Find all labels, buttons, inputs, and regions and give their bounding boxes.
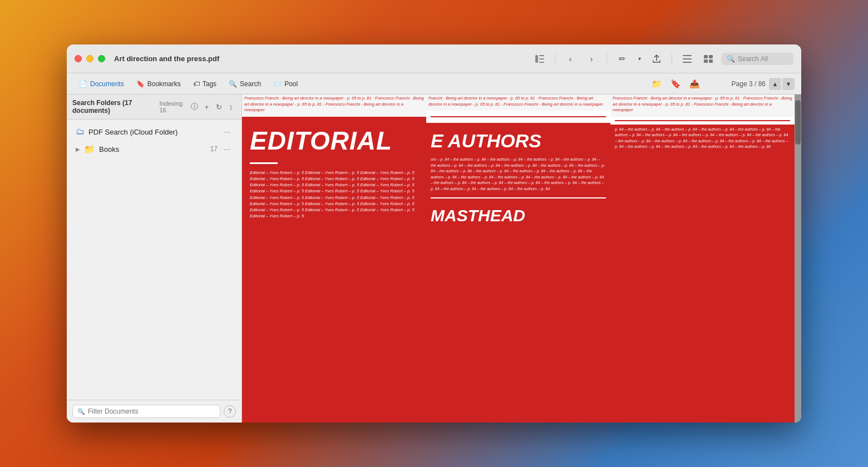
maximize-button[interactable] xyxy=(98,55,105,62)
titlebar: Art direction and the press.pdf ‹ › ✏︎ ▾ xyxy=(67,44,801,73)
item-label-icloud: PDF Search (iCloud Folder) xyxy=(88,128,218,136)
col1-editorial-title: EDITORIAL xyxy=(242,117,426,159)
pdf-columns: Francesco Franchi · Being art director i… xyxy=(242,95,801,423)
pool-tab-label: Pool xyxy=(284,80,298,88)
filter-input-wrap[interactable]: 🔍 xyxy=(72,405,220,418)
sidebar-items: 🗂 PDF Search (iCloud Folder) ··· ▶ 📁 Boo… xyxy=(67,120,241,400)
col3-body-text: p. 84 – the authors – p. 84 – the author… xyxy=(610,125,795,152)
list-item[interactable]: ▶ 📁 Books 17 ··· xyxy=(69,141,239,157)
sidebar-header-label: Search Folders (17 documents) xyxy=(72,99,159,115)
toolbar2-right: 📁 🔖 📤 Page 3 / 86 ▲ ▼ xyxy=(649,77,795,91)
page-down-button[interactable]: ▼ xyxy=(782,78,795,90)
chevron-right-icon: ▶ xyxy=(76,146,80,152)
tab-documents[interactable]: 📄 Documents xyxy=(73,78,130,90)
svg-rect-3 xyxy=(539,62,544,63)
search-all-box[interactable]: 🔍 Search All xyxy=(721,53,793,65)
svg-rect-8 xyxy=(709,55,713,58)
svg-rect-2 xyxy=(539,58,544,59)
sidebar-toggle-icon[interactable] xyxy=(531,51,548,67)
col3-top-text: Francesco Franchi · Being art director i… xyxy=(610,95,795,117)
col2-white-box xyxy=(426,111,610,123)
page-nav: ▲ ▼ xyxy=(769,78,795,90)
export-action-icon[interactable]: 📤 xyxy=(687,77,703,91)
svg-rect-6 xyxy=(683,62,692,63)
pdf-scrollbar-thumb[interactable] xyxy=(795,100,801,145)
col3-white-box xyxy=(610,117,795,125)
filter-input[interactable] xyxy=(88,408,215,415)
list-view-icon[interactable] xyxy=(679,51,696,67)
sidebar-header-controls: Indexing 16 ⓘ + ↻ ↕ xyxy=(159,100,236,113)
svg-rect-5 xyxy=(683,58,692,59)
sidebar-header: Search Folders (17 documents) Indexing 1… xyxy=(67,95,241,120)
col3-line xyxy=(615,120,790,121)
search-all-label: Search All xyxy=(738,55,768,63)
bookmark-action-icon[interactable]: 🔖 xyxy=(668,77,684,91)
search-tab-label: Search xyxy=(240,80,261,88)
documents-tab-icon: 📄 xyxy=(79,80,87,88)
col2-authors-title: E AUTHORS xyxy=(426,123,610,155)
col2-divider xyxy=(431,197,606,198)
app-window: Art direction and the press.pdf ‹ › ✏︎ ▾ xyxy=(67,44,801,423)
tab-bookmarks[interactable]: 🔖 Bookmarks xyxy=(131,78,186,90)
minimize-button[interactable] xyxy=(86,55,93,62)
documents-tab-label: Documents xyxy=(90,80,124,88)
sidebar-footer: 🔍 ? xyxy=(67,400,241,423)
search-tab-icon: 🔍 xyxy=(229,80,237,88)
info-icon[interactable]: ⓘ xyxy=(190,101,200,112)
share-button[interactable] xyxy=(648,51,665,67)
col2-masthead-title: MASTHEAD xyxy=(426,202,610,228)
pdf-column-3: Francesco Franchi · Being art director i… xyxy=(610,95,795,423)
separator2 xyxy=(606,53,607,64)
pdf-column-2: Franchi · Being art director in a newspa… xyxy=(426,95,610,423)
separator xyxy=(555,53,555,64)
titlebar-controls: ‹ › ✏︎ ▾ xyxy=(531,51,793,67)
icloud-folder-icon: 🗂 xyxy=(76,127,85,137)
filter-search-icon: 🔍 xyxy=(77,408,85,415)
grid-view-icon[interactable] xyxy=(700,51,717,67)
list-item[interactable]: 🗂 PDF Search (iCloud Folder) ··· xyxy=(69,123,239,140)
item-menu-books[interactable]: ··· xyxy=(221,143,233,155)
tags-tab-icon: 🏷 xyxy=(193,80,200,88)
bookmarks-tab-label: Bookmarks xyxy=(147,80,181,88)
item-label-books: Books xyxy=(99,145,206,153)
add-folder-icon[interactable]: + xyxy=(202,101,212,112)
tab-pool[interactable]: 📨 Pool xyxy=(268,78,303,90)
col2-bg: Franchi · Being art director in a newspa… xyxy=(426,95,610,423)
page-up-button[interactable]: ▲ xyxy=(769,78,781,90)
close-button[interactable] xyxy=(75,55,82,62)
back-button[interactable]: ‹ xyxy=(562,51,579,67)
item-count-books: 17 xyxy=(210,145,218,153)
books-folder-icon: 📁 xyxy=(84,144,95,155)
toolbar2: 📄 Documents 🔖 Bookmarks 🏷 Tags 🔍 Search … xyxy=(67,73,801,95)
separator3 xyxy=(672,53,672,64)
svg-rect-4 xyxy=(683,55,692,56)
tab-search[interactable]: 🔍 Search xyxy=(223,78,267,90)
col1-top-text: Francesco Franchi · Being art director i… xyxy=(242,95,426,117)
search-icon: 🔍 xyxy=(727,55,735,63)
svg-rect-9 xyxy=(704,59,708,63)
col1-line xyxy=(250,162,278,164)
refresh-icon[interactable]: ↻ xyxy=(214,101,224,112)
help-button[interactable]: ? xyxy=(224,405,236,418)
svg-rect-0 xyxy=(535,55,538,63)
svg-rect-1 xyxy=(539,55,544,56)
folder-action-icon[interactable]: 📁 xyxy=(649,77,665,91)
tab-tags[interactable]: 🏷 Tags xyxy=(188,78,222,90)
sidebar: Search Folders (17 documents) Indexing 1… xyxy=(67,95,242,423)
bookmarks-tab-icon: 🔖 xyxy=(136,80,145,88)
pool-tab-icon: 📨 xyxy=(273,80,282,88)
annotate-dropdown[interactable]: ▾ xyxy=(635,51,644,67)
traffic-lights xyxy=(75,55,105,62)
col2-top-text: Franchi · Being art director in a newspa… xyxy=(426,95,610,111)
sort-icon[interactable]: ↕ xyxy=(226,101,236,112)
svg-rect-7 xyxy=(704,55,708,58)
col1-body-text: Editorial – Yves Robert – p. 5 Editorial… xyxy=(242,167,426,222)
item-menu-icloud[interactable]: ··· xyxy=(221,126,233,137)
indexing-label: Indexing 16 xyxy=(159,100,188,113)
col1-bg: Francesco Franchi · Being art director i… xyxy=(242,95,426,423)
svg-rect-10 xyxy=(709,59,713,63)
annotate-button[interactable]: ✏︎ xyxy=(614,51,630,67)
pdf-scrollbar[interactable] xyxy=(795,95,801,423)
forward-button[interactable]: › xyxy=(583,51,600,67)
col2-white-line xyxy=(431,116,606,117)
